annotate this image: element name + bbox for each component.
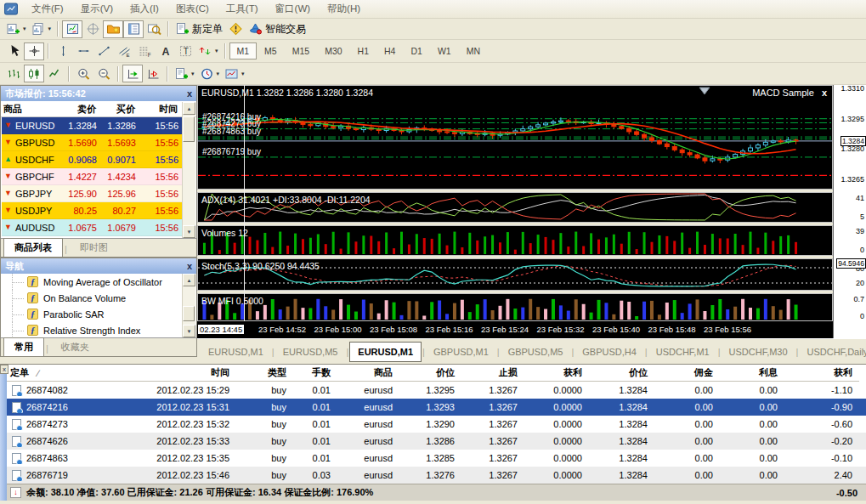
indicators-button[interactable]: ▾	[172, 65, 197, 82]
orders-col-5[interactable]: 价位	[399, 366, 461, 379]
text-button[interactable]: A	[155, 42, 175, 60]
chart-tab-eurusd-m5[interactable]: EURUSD,M5	[275, 343, 346, 361]
text-label-button[interactable]: T	[175, 42, 195, 60]
terminal-button[interactable]	[123, 20, 144, 38]
navigator-item-2[interactable]: ƒParabolic SAR	[2, 306, 182, 322]
price-axis[interactable]: 1.33101.32951.32801.32651.32844153908020…	[833, 85, 866, 338]
navigator-tab-1[interactable]: 收藏夹	[50, 337, 100, 356]
navigator-item-3[interactable]: ƒRelative Strength Index	[2, 322, 182, 337]
profiles-button[interactable]: ▾	[29, 20, 54, 38]
close-icon[interactable]: x	[187, 89, 192, 98]
market-watch-scrollbar[interactable]: ▲ ▼	[182, 102, 195, 238]
timeframe-m1-button[interactable]: M1	[229, 42, 258, 59]
alerts-icon[interactable]	[225, 20, 246, 38]
bwmfi-indicator-pane[interactable]: BW MFI 0.5000	[197, 293, 833, 321]
strategy-tester-button[interactable]	[144, 20, 164, 38]
scroll-down-icon[interactable]: ▼	[183, 225, 195, 238]
navigator-scrollbar[interactable]: ▲ ▼	[182, 274, 195, 337]
market-watch-row-audusd[interactable]: ▼AUDUSD1.06751.067915:56	[2, 219, 182, 236]
orders-col-9[interactable]: 佣金	[654, 366, 720, 379]
timeframe-d1-button[interactable]: D1	[403, 42, 429, 59]
market-watch-row-eurusd[interactable]: ▼EURUSD1.32841.328615:56	[2, 117, 182, 134]
cursor-button[interactable]	[3, 42, 24, 60]
col-bid[interactable]: 卖价	[59, 103, 99, 116]
order-row-26874082[interactable]: 268740822012.02.23 15:29buy0.01eurusd1.3…	[7, 382, 866, 399]
market-watch-row-gbpjpy[interactable]: ▼GBPJPY125.90125.9615:56	[2, 185, 182, 202]
navigator-item-0[interactable]: ƒMoving Average of Oscillator	[2, 274, 182, 290]
expert-advisors-button[interactable]: 智能交易	[246, 20, 308, 38]
menu-window[interactable]: 窗口(W)	[267, 0, 320, 19]
horizontal-line-button[interactable]	[73, 42, 93, 60]
market-watch-title[interactable]: 市场报价: 15:56:42 x	[1, 86, 196, 101]
adx-indicator-pane[interactable]: ADX(14) 31.4021 +DI:33.8004 -DI:11.2204	[197, 192, 833, 223]
vertical-line-button[interactable]	[53, 42, 73, 60]
volumes-indicator-pane[interactable]: Volumes 12	[197, 225, 833, 256]
chart-shift-button[interactable]	[143, 65, 163, 82]
order-row-26874863[interactable]: 268748632012.02.23 15:35buy0.01eurusd1.3…	[7, 450, 866, 467]
chart-tab-usdchf-m30[interactable]: USDCHF,M30	[722, 343, 795, 361]
terminal-drag-strip[interactable]	[0, 365, 7, 501]
orders-col-2[interactable]: 类型	[236, 366, 293, 379]
close-icon[interactable]: x	[187, 262, 192, 270]
chart-tab-gbpusd-h4[interactable]: GBPUSD,H4	[575, 343, 644, 361]
chart-tab-usdchf-m1[interactable]: USDCHF,M1	[648, 343, 717, 361]
crosshair-button[interactable]	[24, 42, 44, 60]
chart-tab-eurusd-m1[interactable]: EURUSD,M1	[349, 342, 422, 362]
navigator-item-1[interactable]: ƒOn Balance Volume	[2, 290, 182, 306]
order-row-26874216[interactable]: 268742162012.02.23 15:31buy0.01eurusd1.3…	[7, 399, 866, 416]
orders-col-3[interactable]: 手数	[293, 366, 337, 379]
order-row-26876719[interactable]: 268767192012.02.23 15:46buy0.03eurusd1.3…	[7, 467, 866, 484]
candlestick-chart-button[interactable]	[24, 65, 44, 82]
scroll-up-icon[interactable]: ▲	[183, 102, 195, 115]
col-symbol[interactable]: 商品	[1, 103, 59, 116]
zoom-in-button[interactable]	[73, 65, 93, 82]
menu-tools[interactable]: 工具(T)	[218, 0, 267, 19]
scroll-thumb[interactable]	[183, 116, 195, 142]
timeframe-m30-button[interactable]: M30	[317, 42, 349, 59]
stochastic-indicator-pane[interactable]: Stoch(5,3,3) 90.6250 94.4435	[197, 258, 833, 291]
market-watch-row-gbpusd[interactable]: ▼GBPUSD1.56901.569315:56	[2, 134, 182, 151]
data-window-button[interactable]	[82, 20, 103, 38]
arrows-button[interactable]: ▾	[195, 42, 221, 60]
time-axis[interactable]: 02.23 14:4523 Feb 14:5223 Feb 15:0023 Fe…	[197, 321, 833, 338]
orders-col-4[interactable]: 商品	[337, 366, 399, 379]
chart-area[interactable]: EURUSD,M1 1.3282 1.3286 1.3280 1.3284 MA…	[197, 85, 866, 338]
orders-col-8[interactable]: 价位	[589, 366, 654, 379]
market-watch-button[interactable]	[62, 20, 82, 38]
market-watch-row-usdchf[interactable]: ▲USDCHF0.90680.907115:56	[2, 151, 182, 168]
market-watch-tab-1[interactable]: 即时图	[69, 238, 119, 257]
timeframe-h4-button[interactable]: H4	[376, 42, 403, 59]
chart-tab-usdchf-daily[interactable]: USDCHF,Daily	[799, 343, 866, 361]
menu-view[interactable]: 显示(V)	[72, 0, 122, 19]
chart-tab-eurusd-m1[interactable]: EURUSD,M1	[201, 343, 271, 361]
price-chart-pane[interactable]: EURUSD,M1 1.3282 1.3286 1.3280 1.3284 MA…	[197, 85, 833, 190]
scroll-up-icon[interactable]: ▲	[183, 274, 195, 286]
chart-tab-gbpusd-m5[interactable]: GBPUSD,M5	[501, 343, 571, 361]
timeframe-h1-button[interactable]: H1	[350, 42, 376, 59]
menu-insert[interactable]: 插入(I)	[122, 0, 167, 19]
scroll-thumb[interactable]	[183, 306, 195, 321]
new-chart-button[interactable]: ▾	[3, 20, 29, 38]
menu-help[interactable]: 帮助(H)	[319, 0, 369, 19]
periods-button[interactable]: ▾	[197, 65, 223, 82]
trendline-button[interactable]	[93, 42, 114, 60]
col-time[interactable]: 时间	[139, 103, 181, 116]
order-row-26874273[interactable]: 268742732012.02.23 15:32buy0.01eurusd1.3…	[7, 416, 866, 433]
new-order-button[interactable]: 新定单	[173, 20, 225, 38]
scroll-down-icon[interactable]: ▼	[183, 325, 195, 337]
market-watch-tab-0[interactable]: 商品列表	[3, 238, 63, 257]
timeframe-m15-button[interactable]: M15	[285, 42, 317, 59]
orders-col-6[interactable]: 止损	[461, 366, 524, 379]
equidistant-channel-button[interactable]: E	[114, 42, 134, 60]
navigator-tab-0[interactable]: 常用	[3, 337, 44, 356]
orders-col-10[interactable]: 利息	[720, 366, 784, 379]
fibonacci-button[interactable]: F	[134, 42, 155, 60]
orders-col-11[interactable]: 获利	[784, 366, 859, 379]
col-ask[interactable]: 买价	[99, 103, 139, 116]
timeframe-w1-button[interactable]: W1	[430, 42, 459, 59]
market-watch-row-gbpchf[interactable]: ▼GBPCHF1.42271.423415:56	[2, 168, 182, 185]
market-watch-row-usdjpy[interactable]: ▼USDJPY80.2580.2715:56	[2, 202, 182, 219]
orders-col-7[interactable]: 获利	[524, 366, 589, 379]
chart-tab-gbpusd-m1[interactable]: GBPUSD,M1	[426, 343, 496, 361]
menu-charts[interactable]: 图表(C)	[167, 0, 218, 19]
